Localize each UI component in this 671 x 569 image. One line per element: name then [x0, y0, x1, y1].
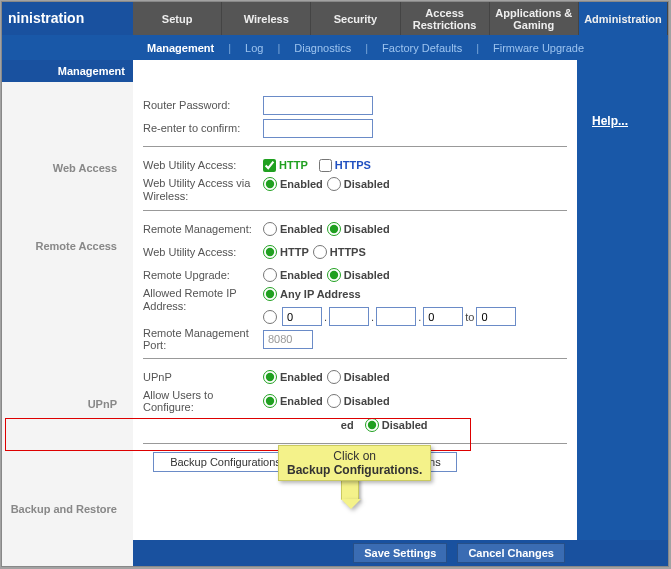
label-web-utility-access: Web Utility Access: [143, 159, 263, 171]
radio-label: Disabled [344, 395, 390, 407]
backup-configurations-button[interactable]: Backup Configurations [153, 452, 298, 472]
radio-specific-ip[interactable] [263, 310, 280, 324]
section-divider [143, 210, 567, 211]
footer-spacer [2, 540, 133, 566]
radio-label: Enabled [280, 178, 323, 190]
checkbox-http-label: HTTP [279, 159, 308, 171]
radio-wuw-disabled[interactable]: Disabled [327, 177, 390, 191]
sidebar-item-management: Management [2, 60, 133, 82]
ip-octet-3[interactable] [376, 307, 416, 326]
radio-label: Disabled [344, 269, 390, 281]
tab-wireless[interactable]: Wireless [222, 2, 311, 35]
section-divider [143, 443, 567, 444]
divider-icon: | [267, 42, 290, 54]
subtab-bar-spacer [2, 35, 133, 60]
checkbox-http[interactable]: HTTP [263, 159, 308, 172]
label-upnp: UPnP [143, 371, 263, 383]
radio-dis-disabled[interactable]: Disabled [365, 418, 428, 432]
main-panel: Router Password: Re-enter to confirm: We… [133, 82, 577, 540]
radio-label: Enabled [280, 269, 323, 281]
dot-icon: . [418, 311, 421, 323]
radio-label: Enabled [280, 223, 323, 235]
radio-label: Any IP Address [280, 288, 361, 300]
label-router-password: Router Password: [143, 99, 263, 111]
help-link[interactable]: Help... [592, 114, 628, 128]
radio-wuw-enabled[interactable]: Enabled [263, 177, 323, 191]
radio-upnp-enabled[interactable]: Enabled [263, 370, 323, 384]
ip-octet-4[interactable] [423, 307, 463, 326]
router-password-input[interactable] [263, 96, 373, 115]
tab-access-restrictions[interactable]: Access Restrictions [401, 2, 490, 35]
radio-label: Enabled [280, 395, 323, 407]
label-reenter: Re-enter to confirm: [143, 122, 263, 134]
sidebar: Management Web Access Remote Access UPnP… [2, 82, 133, 540]
radio-rwu-https[interactable]: HTTPS [313, 245, 366, 259]
subtab-factory-defaults[interactable]: Factory Defaults [378, 42, 466, 54]
label-remote-port: Remote Management Port: [143, 327, 263, 351]
divider-icon: | [466, 42, 489, 54]
subtab-firmware-upgrade[interactable]: Firmware Upgrade [489, 42, 588, 54]
sidebar-item-web-access: Web Access [2, 162, 125, 174]
label-remote-upgrade: Remote Upgrade: [143, 269, 263, 281]
radio-label: Disabled [344, 178, 390, 190]
right-panel: Help... [576, 82, 668, 540]
footer-spacer-right [577, 540, 668, 566]
sidebar-item-remote-access: Remote Access [2, 240, 125, 252]
radio-label: Disabled [344, 371, 390, 383]
tab-applications-gaming[interactable]: Applications & Gaming [490, 2, 579, 35]
sub-tab-bar: Management | Log | Diagnostics | Factory… [133, 35, 668, 60]
radio-cfg-enabled[interactable]: Enabled [263, 394, 323, 408]
radio-label: Enabled [280, 371, 323, 383]
radio-label: Disabled [382, 419, 428, 431]
ip-octet-2[interactable] [329, 307, 369, 326]
radio-rm-enabled[interactable]: Enabled [263, 222, 323, 236]
label-allow-configure: Allow Users to Configure: [143, 389, 263, 413]
radio-cfg-disabled[interactable]: Disabled [327, 394, 390, 408]
cancel-changes-button[interactable]: Cancel Changes [457, 543, 565, 563]
label-to: to [465, 311, 474, 323]
page-title: ninistration [2, 2, 133, 35]
dot-icon: . [371, 311, 374, 323]
radio-ru-enabled[interactable]: Enabled [263, 268, 323, 282]
tab-setup[interactable]: Setup [133, 2, 222, 35]
section-divider [143, 146, 567, 147]
radio-label: HTTPS [330, 246, 366, 258]
header-strip-mid [133, 60, 577, 82]
label-allowed-remote-ip: Allowed Remote IP Address: [143, 287, 263, 313]
tab-administration[interactable]: Administration [579, 2, 668, 35]
subtab-log[interactable]: Log [241, 42, 267, 54]
radio-anyip[interactable]: Any IP Address [263, 287, 361, 301]
tutorial-callout: Click on Backup Configurations. [278, 445, 431, 481]
label-remote-web-utility: Web Utility Access: [143, 246, 263, 258]
ip-octet-to[interactable] [476, 307, 516, 326]
sidebar-item-backup-restore: Backup and Restore [2, 503, 125, 515]
subtab-diagnostics[interactable]: Diagnostics [290, 42, 355, 54]
label-remote-management: Remote Management: [143, 223, 263, 235]
callout-line2: Backup Configurations. [287, 463, 422, 477]
reenter-password-input[interactable] [263, 119, 373, 138]
radio-label: HTTP [280, 246, 309, 258]
label-web-utility-wireless: Web Utility Access via Wireless: [143, 177, 263, 203]
radio-label: Disabled [344, 223, 390, 235]
checkbox-https-label: HTTPS [335, 159, 371, 171]
dot-icon: . [324, 311, 327, 323]
radio-upnp-disabled[interactable]: Disabled [327, 370, 390, 384]
checkbox-https[interactable]: HTTPS [319, 159, 371, 172]
tab-security[interactable]: Security [311, 2, 400, 35]
ip-octet-1[interactable] [282, 307, 322, 326]
divider-icon: | [355, 42, 378, 54]
radio-rm-disabled[interactable]: Disabled [327, 222, 390, 236]
sidebar-item-upnp: UPnP [2, 398, 125, 410]
callout-arrow-icon [341, 478, 359, 500]
section-divider [143, 358, 567, 359]
main-tab-bar: Setup Wireless Security Access Restricti… [133, 2, 668, 35]
radio-ru-disabled[interactable]: Disabled [327, 268, 390, 282]
save-settings-button[interactable]: Save Settings [353, 543, 447, 563]
subtab-management[interactable]: Management [143, 42, 218, 54]
label-allow-disable [143, 419, 263, 431]
remote-port-input[interactable] [263, 330, 313, 349]
header-strip-right [577, 60, 668, 82]
radio-rwu-http[interactable]: HTTP [263, 245, 309, 259]
callout-line1: Click on [287, 449, 422, 463]
footer-bar: Save Settings Cancel Changes [133, 540, 577, 566]
